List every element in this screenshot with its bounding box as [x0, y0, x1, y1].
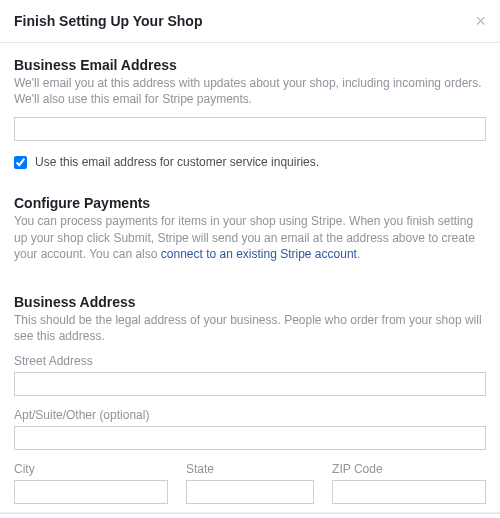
zip-label: ZIP Code [332, 462, 486, 476]
city-label: City [14, 462, 168, 476]
email-desc: We'll email you at this address with upd… [14, 75, 486, 107]
city-field-group: City [14, 462, 168, 504]
apt-suite-input[interactable] [14, 426, 486, 450]
state-input[interactable] [186, 480, 314, 504]
street-address-input[interactable] [14, 372, 486, 396]
customer-service-check-row: Use this email address for customer serv… [14, 155, 486, 169]
zip-input[interactable] [332, 480, 486, 504]
payments-desc-suffix: . [357, 247, 360, 261]
business-email-section: Business Email Address We'll email you a… [0, 43, 500, 181]
street-label: Street Address [14, 354, 486, 368]
modal-footer: Cancel Submit [0, 513, 500, 518]
apt-field-group: Apt/Suite/Other (optional) [14, 408, 486, 450]
close-icon[interactable]: × [475, 12, 486, 30]
address-desc: This should be the legal address of your… [14, 312, 486, 344]
business-email-input[interactable] [14, 117, 486, 141]
apt-label: Apt/Suite/Other (optional) [14, 408, 486, 422]
zip-field-group: ZIP Code [332, 462, 486, 504]
configure-payments-section: Configure Payments You can process payme… [0, 181, 500, 280]
state-label: State [186, 462, 314, 476]
customer-service-checkbox[interactable] [14, 156, 27, 169]
street-field-group: Street Address [14, 354, 486, 396]
business-address-section: Business Address This should be the lega… [0, 280, 500, 512]
address-heading: Business Address [14, 294, 486, 310]
modal-title: Finish Setting Up Your Shop [14, 13, 202, 29]
email-heading: Business Email Address [14, 57, 486, 73]
payments-desc: You can process payments for items in yo… [14, 213, 486, 262]
modal-header: Finish Setting Up Your Shop × [0, 0, 500, 43]
city-state-zip-row: City State ZIP Code [14, 462, 486, 504]
state-field-group: State [186, 462, 314, 504]
city-input[interactable] [14, 480, 168, 504]
customer-service-label: Use this email address for customer serv… [35, 155, 319, 169]
payments-heading: Configure Payments [14, 195, 486, 211]
connect-stripe-link[interactable]: connect to an existing Stripe account [161, 247, 357, 261]
